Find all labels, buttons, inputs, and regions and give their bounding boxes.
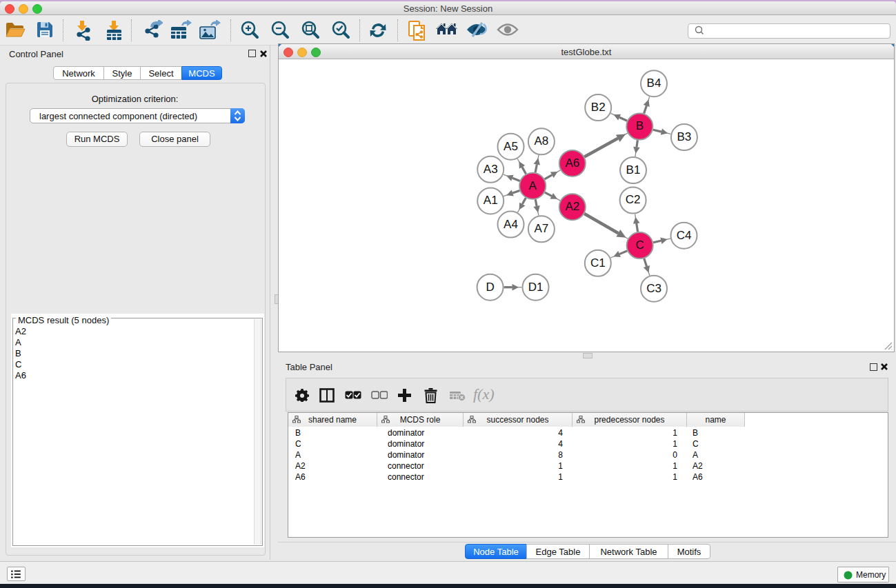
svg-text:A6: A6	[565, 156, 579, 170]
svg-text:A5: A5	[504, 140, 518, 153]
svg-text:A: A	[529, 179, 537, 192]
svg-text:D: D	[486, 281, 494, 294]
svg-text:B2: B2	[591, 101, 606, 114]
svg-text:A1: A1	[484, 194, 498, 207]
svg-text:A7: A7	[535, 222, 549, 235]
svg-text:A2: A2	[565, 200, 579, 213]
svg-text:B1: B1	[626, 163, 641, 176]
svg-text:B4: B4	[647, 77, 661, 90]
svg-text:C1: C1	[590, 256, 606, 270]
svg-text:C3: C3	[646, 282, 661, 295]
svg-text:C4: C4	[677, 229, 692, 242]
svg-text:B3: B3	[677, 130, 692, 143]
svg-text:A3: A3	[484, 163, 498, 176]
svg-text:A4: A4	[504, 218, 518, 231]
svg-text:A8: A8	[535, 134, 549, 148]
svg-text:D1: D1	[528, 281, 544, 294]
svg-text:C: C	[635, 239, 644, 252]
svg-text:C2: C2	[626, 193, 641, 206]
svg-text:B: B	[636, 119, 644, 132]
